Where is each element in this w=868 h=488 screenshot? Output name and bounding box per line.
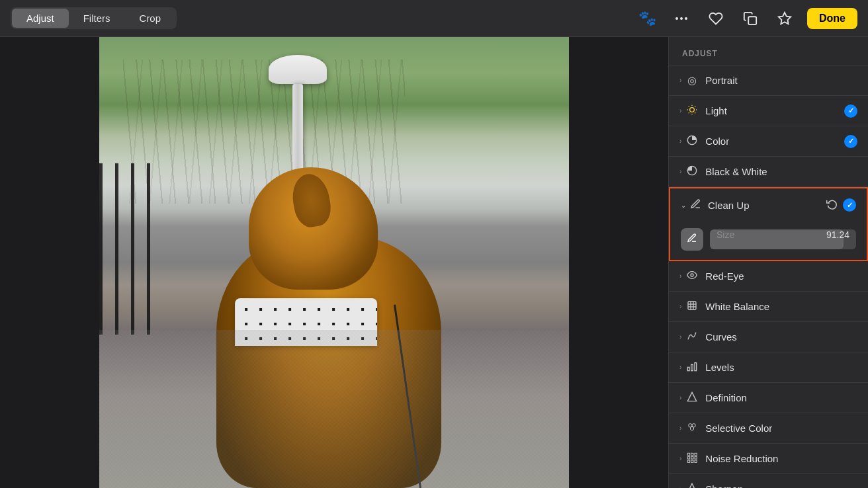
svg-line-8 (689, 106, 689, 106)
light-check (844, 104, 857, 118)
definition-icon (685, 391, 699, 405)
svg-rect-33 (691, 456, 693, 458)
levels-icon (685, 361, 699, 374)
svg-line-13 (695, 106, 696, 106)
chevron-right-icon: › (679, 107, 681, 114)
selective-color-icon (685, 422, 699, 435)
svg-point-2 (685, 17, 687, 20)
main-area: ADJUST › ◎ Portrait › Light (0, 37, 868, 488)
cleanup-header[interactable]: ⌄ Clean Up (670, 188, 867, 222)
tab-adjust[interactable]: Adjust (12, 9, 69, 28)
gravel-overlay (99, 330, 569, 488)
chevron-right-icon: › (679, 272, 681, 280)
svg-rect-37 (695, 460, 697, 462)
cleanup-label: Clean Up (708, 200, 826, 211)
adjust-item-red-eye[interactable]: › Red-Eye (669, 261, 868, 292)
black-white-icon (685, 165, 699, 179)
adjust-item-portrait[interactable]: › ◎ Portrait (669, 65, 868, 96)
noise-reduction-label: Noise Reduction (705, 453, 857, 464)
svg-rect-3 (748, 17, 756, 24)
cleanup-actions (826, 198, 856, 212)
color-label: Color (705, 136, 844, 147)
red-eye-label: Red-Eye (705, 270, 857, 282)
adjust-item-curves[interactable]: › Curves (669, 322, 868, 352)
adjust-item-levels[interactable]: › Levels (669, 352, 868, 383)
done-button[interactable]: Done (807, 8, 857, 29)
chevron-right-icon: › (679, 364, 681, 371)
portrait-icon: ◎ (685, 74, 699, 87)
size-row: Size 91.24 (670, 222, 867, 260)
svg-rect-35 (688, 460, 690, 462)
cleanup-section: ⌄ Clean Up (669, 187, 868, 261)
tab-crop[interactable]: Crop (125, 9, 176, 28)
svg-point-0 (675, 17, 678, 20)
svg-point-16 (691, 274, 693, 276)
top-bar: Adjust Filters Crop 🐾 (0, 0, 868, 37)
selective-color-label: Selective Color (705, 423, 857, 434)
chevron-right-icon: › (679, 333, 681, 341)
heart-icon-button[interactable] (704, 7, 728, 30)
chevron-right-icon: › (679, 455, 681, 462)
chevron-right-icon: › (679, 394, 681, 401)
red-eye-icon (685, 270, 699, 283)
svg-rect-23 (691, 364, 693, 370)
chevron-right-icon: › (679, 138, 681, 145)
svg-rect-24 (695, 362, 697, 370)
cleanup-icon (690, 198, 701, 212)
tab-filters[interactable]: Filters (69, 9, 125, 28)
pencil-icon (687, 233, 697, 246)
adjust-item-color[interactable]: › Color (669, 126, 868, 157)
fence-left (99, 163, 155, 335)
chevron-right-icon: › (679, 77, 681, 84)
adjust-item-selective-color[interactable]: › Selective Color (669, 413, 868, 444)
svg-point-1 (680, 17, 683, 20)
top-right-icons: 🐾 Done (635, 7, 857, 30)
adjust-item-white-balance[interactable]: › White Balance (669, 292, 868, 322)
white-balance-icon (685, 300, 699, 313)
svg-rect-30 (691, 453, 693, 455)
light-label: Light (705, 105, 844, 116)
black-white-label: Black & White (705, 166, 857, 177)
photo-area (0, 37, 668, 488)
cleanup-check (843, 198, 856, 212)
copy-icon-button[interactable] (738, 7, 762, 30)
svg-marker-38 (688, 483, 697, 488)
curves-label: Curves (705, 331, 857, 343)
svg-line-12 (689, 112, 689, 113)
chevron-right-icon: › (679, 485, 681, 488)
adjust-item-black-white[interactable]: › Black & White (669, 157, 868, 187)
pencil-tool-button[interactable] (681, 228, 703, 251)
definition-label: Definition (705, 392, 857, 403)
mushroom-cap (269, 55, 327, 84)
tree-overlay (123, 60, 405, 204)
mushroom-stem (292, 84, 303, 170)
portrait-label: Portrait (705, 75, 857, 86)
svg-rect-32 (688, 456, 690, 458)
chevron-right-icon: › (679, 168, 681, 175)
color-icon (685, 135, 699, 148)
curves-icon (685, 331, 699, 344)
svg-rect-34 (695, 456, 697, 458)
noise-reduction-icon (685, 452, 699, 466)
magic-icon-button[interactable] (773, 7, 797, 30)
size-slider[interactable]: Size 91.24 (710, 229, 856, 249)
paw-icon-button[interactable]: 🐾 (635, 7, 659, 30)
tab-group: Adjust Filters Crop (11, 7, 177, 29)
chevron-down-icon: ⌄ (681, 202, 686, 209)
sharpen-icon (685, 483, 699, 489)
color-check (844, 135, 857, 148)
adjust-item-noise-reduction[interactable]: › Noise Reduction (669, 444, 868, 474)
adjust-item-light[interactable]: › Light (669, 96, 868, 126)
undo-button[interactable] (826, 198, 838, 212)
chevron-right-icon: › (679, 425, 681, 432)
right-panel: ADJUST › ◎ Portrait › Light (668, 37, 868, 488)
svg-rect-22 (688, 367, 690, 370)
more-icon-button[interactable] (670, 7, 693, 30)
size-slider-fill (710, 229, 844, 249)
chevron-right-icon: › (679, 303, 681, 310)
svg-rect-36 (691, 460, 693, 462)
adjust-item-sharpen[interactable]: › Sharpen (669, 474, 868, 488)
adjust-item-definition[interactable]: › Definition (669, 383, 868, 413)
svg-rect-17 (688, 302, 696, 309)
white-balance-label: White Balance (705, 301, 857, 312)
